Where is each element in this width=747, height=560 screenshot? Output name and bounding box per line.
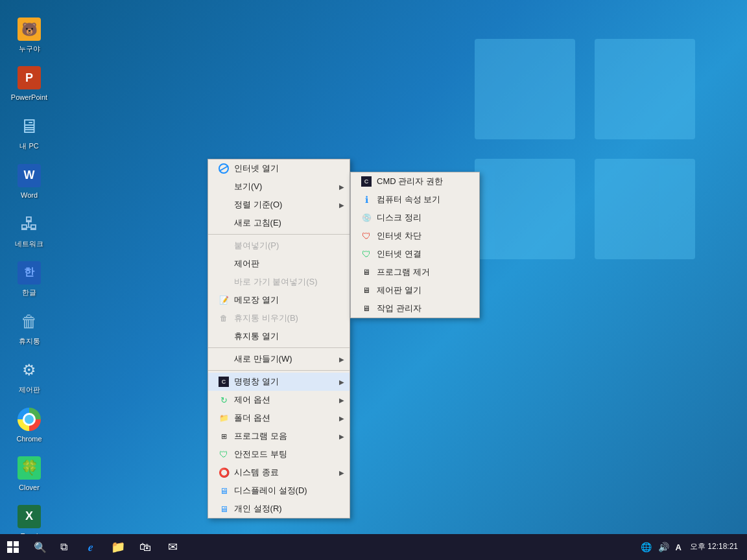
powerpoint-icon: P — [16, 65, 42, 91]
submenu-item-internet-block[interactable]: 🛡 인터넷 차단 — [351, 227, 479, 245]
taskbar-store[interactable]: 🛍 — [132, 534, 158, 560]
taskbar-mail[interactable]: ✉ — [160, 534, 185, 560]
taskbar-edge[interactable]: 𝒆 — [78, 534, 104, 560]
submenu-label-pc-properties: 컴퓨터 속성 보기 — [377, 194, 440, 205]
cmd-arrow: ▶ — [339, 379, 344, 386]
clover-label: Clover — [19, 484, 40, 492]
menu-label-sort: 정렬 기준(O) — [234, 199, 282, 211]
submenu-item-internet-connect[interactable]: 🛡 인터넷 연결 — [351, 245, 479, 263]
network-tray-icon[interactable]: 🌐 — [639, 542, 654, 552]
my-pc-label: 내 PC — [19, 142, 38, 150]
desktop-icon-my-pc[interactable]: 🖥 내 PC — [3, 110, 55, 154]
taskbar-explorer[interactable]: 📁 — [105, 534, 131, 560]
svg-rect-3 — [14, 548, 19, 553]
submenu-item-pc-properties[interactable]: ℹ 컴퓨터 속성 보기 — [351, 191, 479, 209]
menu-item-view[interactable]: 보기(V) ▶ — [208, 178, 350, 196]
ime-tray-icon[interactable]: A — [674, 542, 683, 552]
menu-item-system-shutdown[interactable]: ⭕ 시스템 종료 ▶ — [208, 463, 350, 482]
internet-block-icon: 🛡 — [361, 231, 372, 241]
recycle-icon: 🗑 — [16, 309, 42, 334]
desktop-icon-powerpoint[interactable]: P PowerPoint — [3, 62, 55, 105]
desktop: 🐻 누구야 P PowerPoint 🖥 내 PC W Word — [0, 0, 747, 560]
menu-item-cmd[interactable]: C 명령창 열기 ▶ — [208, 373, 350, 391]
pc-properties-icon: ℹ — [361, 194, 372, 205]
shutdown-arrow: ▶ — [339, 469, 344, 476]
excel-icon: X — [16, 504, 42, 530]
desktop-icon-nugu[interactable]: 🐻 누구야 — [3, 13, 55, 56]
submenu-cmd: C CMD 관리자 권한 ℹ 컴퓨터 속성 보기 💿 디스크 정리 🛡 인터넷 … — [350, 172, 480, 318]
submenu-item-control-panel-open[interactable]: 🖥 제어판 열기 — [351, 281, 479, 299]
menu-item-new[interactable]: 새로 만들기(W) ▶ — [208, 350, 350, 368]
program-group-icon: ⊞ — [219, 431, 229, 441]
control-label: 제어판 — [19, 386, 40, 394]
desktop-icon-hangul[interactable]: 한 한글 — [3, 257, 55, 300]
sort-arrow: ▶ — [339, 202, 344, 209]
menu-item-recycle-open[interactable]: 휴지통 열기 — [208, 327, 350, 345]
menu-label-folder-options: 폴더 옵션 — [234, 412, 270, 424]
ie-icon — [219, 163, 229, 174]
menu-item-recycle-empty[interactable]: 🗑 휴지통 비우기(B) — [208, 309, 350, 327]
menu-item-control-options[interactable]: ↻ 제어 옵션 ▶ — [208, 391, 350, 409]
desktop-icon-control[interactable]: ⚙ 제어판 — [3, 354, 55, 397]
control-options-icon: ↻ — [219, 395, 229, 405]
hangul-icon: 한 — [16, 260, 42, 286]
menu-item-shortcut-paste[interactable]: 바로 가기 붙여넣기(S) — [208, 273, 350, 291]
sort-icon — [219, 200, 229, 210]
menu-item-refresh[interactable]: 새로 고침(E) — [208, 214, 350, 232]
nugu-icon: 🐻 — [16, 16, 42, 42]
desktop-icon-clover[interactable]: 🍀 Clover — [3, 452, 55, 495]
menu-item-memo[interactable]: 📝 메모장 열기 — [208, 291, 350, 309]
menu-item-paste[interactable]: 붙여넣기(P) — [208, 237, 350, 255]
menu-item-sort[interactable]: 정렬 기준(O) ▶ — [208, 196, 350, 214]
desktop-icon-network[interactable]: 🖧 네트워크 — [3, 208, 55, 251]
menu-item-display-settings[interactable]: 🖥 디스플레이 설정(D) — [208, 482, 350, 500]
menu-item-personal-settings[interactable]: 🖥 개인 설정(R) — [208, 500, 350, 518]
menu-label-new: 새로 만들기(W) — [234, 353, 292, 365]
taskbar: 🔍 ⧉ 𝒆 📁 🛍 ✉ 🌐 🔊 A 오후 12:18:21 — [0, 534, 747, 560]
speaker-tray-icon[interactable]: 🔊 — [656, 542, 671, 552]
system-clock[interactable]: 오후 12:18:21 — [686, 542, 742, 552]
personal-settings-icon: 🖥 — [219, 504, 229, 514]
svg-rect-2 — [7, 548, 12, 553]
program-group-arrow: ▶ — [339, 433, 344, 440]
separator-3 — [208, 370, 350, 371]
start-button[interactable] — [0, 534, 26, 560]
clover-icon: 🍀 — [16, 455, 42, 481]
taskbar-edge-icon: 𝒆 — [88, 541, 93, 554]
word-label: Word — [21, 191, 38, 200]
shutdown-icon: ⭕ — [219, 467, 229, 478]
control-panel-open-icon: 🖥 — [361, 285, 372, 296]
control-panel-icon — [219, 259, 229, 269]
taskbar-store-icon: 🛍 — [139, 541, 151, 554]
system-tray: 🌐 🔊 A 오후 12:18:21 — [639, 542, 747, 552]
menu-item-program-group[interactable]: ⊞ 프로그램 모음 ▶ — [208, 427, 350, 445]
desktop-icons-area: 🐻 누구야 P PowerPoint 🖥 내 PC W Word — [0, 6, 58, 560]
submenu-label-internet-connect: 인터넷 연결 — [377, 248, 421, 260]
menu-label-paste: 붙여넣기(P) — [234, 240, 279, 251]
menu-item-control-panel[interactable]: 제어판 — [208, 255, 350, 273]
menu-item-internet-open[interactable]: 인터넷 열기 — [208, 159, 350, 178]
word-icon: W — [16, 163, 42, 189]
submenu-item-cmd-admin[interactable]: C CMD 관리자 권한 — [351, 172, 479, 191]
my-pc-icon: 🖥 — [16, 113, 42, 139]
menu-item-folder-options[interactable]: 📁 폴더 옵션 ▶ — [208, 409, 350, 427]
separator-1 — [208, 234, 350, 235]
task-view-button[interactable]: ⧉ — [52, 534, 75, 560]
desktop-icon-recycle[interactable]: 🗑 휴지통 — [3, 305, 55, 349]
task-view-icon: ⧉ — [60, 541, 67, 553]
taskbar-apps: 𝒆 📁 🛍 ✉ — [78, 534, 185, 560]
submenu-item-disk-cleanup[interactable]: 💿 디스크 정리 — [351, 209, 479, 227]
desktop-icon-chrome[interactable]: Chrome — [3, 403, 55, 447]
submenu-item-task-manager[interactable]: 🖥 작업 관리자 — [351, 299, 479, 318]
menu-item-safe-boot[interactable]: 🛡 안전모드 부팅 — [208, 445, 350, 463]
powerpoint-label: PowerPoint — [11, 93, 47, 102]
control-options-arrow: ▶ — [339, 397, 344, 404]
desktop-icon-word[interactable]: W Word — [3, 159, 55, 203]
menu-label-personal-settings: 개인 설정(R) — [234, 503, 282, 515]
menu-label-program-group: 프로그램 모음 — [234, 430, 287, 442]
submenu-label-cmd-admin: CMD 관리자 권한 — [377, 176, 443, 187]
search-button[interactable]: 🔍 — [29, 534, 52, 560]
new-icon — [219, 354, 229, 364]
submenu-item-program-remove[interactable]: 🖥 프로그램 제거 — [351, 263, 479, 281]
recycle-open-icon — [219, 331, 229, 342]
